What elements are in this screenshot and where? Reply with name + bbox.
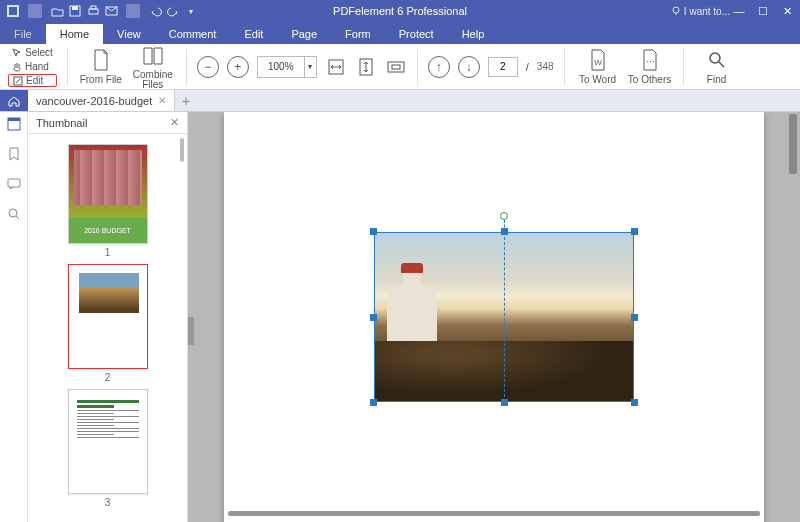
side-rail xyxy=(0,112,28,522)
resize-handle-mr[interactable] xyxy=(631,314,638,321)
app-logo-icon xyxy=(6,4,20,18)
svg-line-22 xyxy=(16,216,19,219)
select-label: Select xyxy=(25,47,53,58)
prev-page-button[interactable]: ↑ xyxy=(428,56,450,78)
rotate-handle[interactable] xyxy=(500,212,508,220)
fit-width-button[interactable] xyxy=(325,56,347,78)
svg-line-17 xyxy=(719,62,724,67)
thumbnail-page-3[interactable]: 3 xyxy=(68,389,148,508)
document-tab-strip: vancouver-2016-budget ✕ + xyxy=(0,90,800,112)
menu-home[interactable]: Home xyxy=(46,24,103,44)
separator xyxy=(683,49,684,85)
actual-size-button[interactable] xyxy=(385,56,407,78)
thumbnail-page-1[interactable]: 2016 BUDGET 1 xyxy=(68,144,148,258)
open-icon[interactable] xyxy=(50,4,64,18)
dropdown-icon[interactable]: ▾ xyxy=(184,4,198,18)
menu-comment[interactable]: Comment xyxy=(155,24,231,44)
to-word-icon: W xyxy=(586,48,610,72)
menu-view[interactable]: View xyxy=(103,24,155,44)
title-bar: ▾ PDFelement 6 Professional I want to...… xyxy=(0,0,800,22)
close-panel-icon[interactable]: ✕ xyxy=(170,116,179,129)
horizontal-scrollbar[interactable] xyxy=(228,511,760,516)
menu-form[interactable]: Form xyxy=(331,24,385,44)
from-file-icon xyxy=(89,48,113,72)
svg-rect-1 xyxy=(9,7,17,15)
edit-label: Edit xyxy=(26,75,43,86)
document-tab[interactable]: vancouver-2016-budget ✕ xyxy=(28,90,175,111)
resize-handle-bl[interactable] xyxy=(370,399,377,406)
menu-help[interactable]: Help xyxy=(448,24,499,44)
svg-rect-19 xyxy=(8,118,20,121)
selected-image[interactable] xyxy=(374,232,634,402)
zoom-dropdown[interactable]: ▾ xyxy=(305,56,317,78)
vertical-guide xyxy=(504,232,505,402)
new-tab-button[interactable]: + xyxy=(175,90,197,111)
svg-rect-5 xyxy=(91,6,96,9)
separator xyxy=(417,49,418,85)
select-mode[interactable]: Select xyxy=(8,46,57,59)
page-separator: / xyxy=(526,61,529,73)
svg-rect-4 xyxy=(89,9,98,14)
from-file-label: From File xyxy=(80,74,122,85)
edit-mode[interactable]: Edit xyxy=(8,74,57,87)
redo-icon[interactable] xyxy=(166,4,180,18)
resize-handle-tm[interactable] xyxy=(501,228,508,235)
resize-handle-br[interactable] xyxy=(631,399,638,406)
separator xyxy=(564,49,565,85)
zoom-level[interactable]: 100% xyxy=(257,56,305,78)
resize-handle-tl[interactable] xyxy=(370,228,377,235)
thumbnail-header: Thumbnail ✕ xyxy=(28,112,187,134)
to-word-button[interactable]: W To Word xyxy=(575,48,621,85)
mode-group: Select Hand Edit xyxy=(8,46,57,87)
resize-handle-bm[interactable] xyxy=(501,399,508,406)
close-tab-icon[interactable]: ✕ xyxy=(158,95,166,106)
scrollbar-thumb[interactable] xyxy=(789,114,797,174)
document-canvas[interactable] xyxy=(188,112,800,522)
save-icon[interactable] xyxy=(68,4,82,18)
i-want-to[interactable]: I want to... xyxy=(671,6,730,17)
home-tab-icon[interactable] xyxy=(0,90,28,111)
resize-handle-ml[interactable] xyxy=(370,314,377,321)
maximize-button[interactable]: ☐ xyxy=(756,5,770,18)
thumbnail-title: Thumbnail xyxy=(36,117,87,129)
window-controls: — ☐ ✕ xyxy=(732,5,794,18)
close-button[interactable]: ✕ xyxy=(780,5,794,18)
ribbon-home: Select Hand Edit From File Combine Files… xyxy=(0,44,800,90)
separator xyxy=(186,49,187,85)
next-page-button[interactable]: ↓ xyxy=(458,56,480,78)
panel-collapse-handle[interactable] xyxy=(188,317,194,345)
page-total: 348 xyxy=(537,61,554,72)
zoom-out-button[interactable]: − xyxy=(197,56,219,78)
vertical-scrollbar[interactable] xyxy=(788,112,798,522)
print-icon[interactable] xyxy=(86,4,100,18)
minimize-button[interactable]: — xyxy=(732,5,746,17)
comments-icon[interactable] xyxy=(6,176,22,192)
combine-files-button[interactable]: Combine Files xyxy=(130,44,176,90)
to-others-button[interactable]: ⋯ To Others xyxy=(627,48,673,85)
bookmarks-icon[interactable] xyxy=(6,146,22,162)
scrollbar-thumb[interactable] xyxy=(180,138,184,162)
menu-file[interactable]: File xyxy=(0,24,46,44)
fit-page-button[interactable] xyxy=(355,56,377,78)
menu-edit[interactable]: Edit xyxy=(230,24,277,44)
page-view[interactable] xyxy=(224,112,764,522)
find-button[interactable]: Find xyxy=(694,48,740,85)
svg-rect-12 xyxy=(388,62,404,72)
menu-page[interactable]: Page xyxy=(277,24,331,44)
svg-rect-13 xyxy=(392,65,400,69)
undo-icon[interactable] xyxy=(148,4,162,18)
hand-mode[interactable]: Hand xyxy=(8,60,57,73)
thumbnails-icon[interactable] xyxy=(6,116,22,132)
zoom-group: − + 100% ▾ xyxy=(197,56,407,78)
thumbnail-page-2[interactable]: 2 xyxy=(68,264,148,383)
thumbnail-list[interactable]: 2016 BUDGET 1 2 3 xyxy=(28,134,187,522)
zoom-in-button[interactable]: + xyxy=(227,56,249,78)
from-file-button[interactable]: From File xyxy=(78,48,124,85)
email-icon[interactable] xyxy=(104,4,118,18)
resize-handle-tr[interactable] xyxy=(631,228,638,235)
menu-bar: File Home View Comment Edit Page Form Pr… xyxy=(0,22,800,44)
search-icon[interactable] xyxy=(6,206,22,222)
page-number-input[interactable] xyxy=(488,57,518,77)
to-others-icon: ⋯ xyxy=(638,48,662,72)
menu-protect[interactable]: Protect xyxy=(385,24,448,44)
